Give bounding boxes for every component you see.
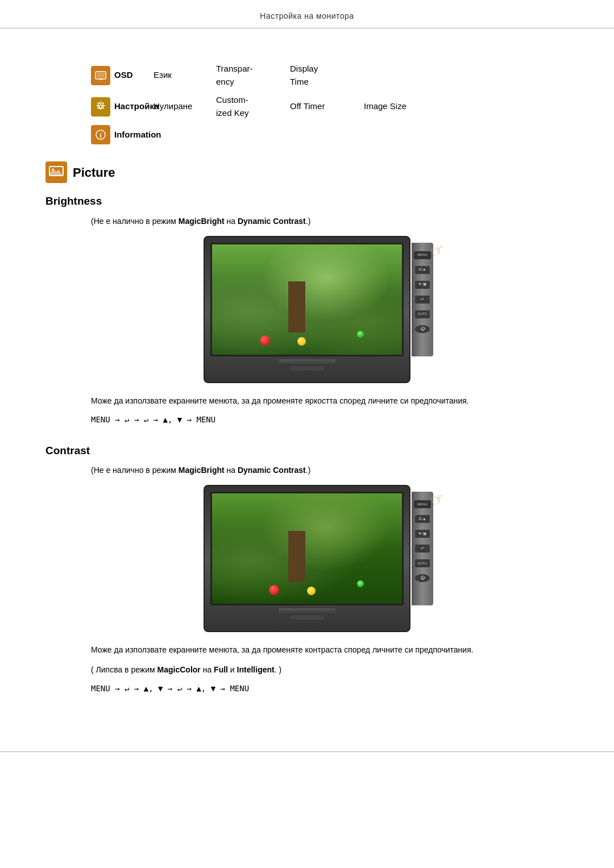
brightness-monitor-wrap: MENU A/▲ ▼/▣ ↵ AUTO ⏻ ☞ [45,236,569,383]
info-icon-svg: i [94,128,107,141]
brightness-title: Brightness [45,193,569,210]
osd-label: OSD [114,69,133,82]
svg-marker-8 [49,169,63,176]
custom-key-label: Custom-ized Key [216,94,249,119]
side-btn-auto: AUTO [415,310,430,318]
monitor-base [279,359,335,366]
settings-label: Настройка [114,100,159,113]
scene-tree-contrast [288,531,305,582]
menu-item-osd[interactable]: OSD [91,66,154,85]
header-title: Настройка на монитора [260,11,354,20]
monitor-footer-brightness [210,359,404,371]
picture-section-header: Picture [45,161,569,183]
language-label: Език [154,69,172,82]
side-btn-menu: MENU [414,251,431,259]
mp-arrow1: ↵ [125,415,129,424]
monitor-bezel-contrast: MENU A/▲ ▼/▣ ↵ AUTO ⏻ [204,485,410,632]
side-btn-menu-c: MENU [414,500,431,508]
reset-label: Нулиране [154,100,192,113]
side-btn-enter-c: ↵ [415,545,430,553]
contrast-description: Може да използвате екранните менюта, за … [91,643,500,656]
monitor-screen-brightness [210,243,404,356]
svg-point-4 [99,105,102,109]
menu-item-information[interactable]: i Information [91,125,154,144]
svg-text:i: i [99,132,101,139]
contrast-monitor-wrap: MENU A/▲ ▼/▣ ↵ AUTO ⏻ ☞ [45,485,569,632]
menu-item-custom-key: Custom-ized Key [216,94,290,119]
side-btn-up: A/▲ [415,266,430,274]
side-btn-down-c: ▼/▣ [415,530,430,538]
monitor-bezel-brightness: MENU A/▲ ▼/▣ ↵ AUTO ⏻ [204,236,410,383]
svg-point-9 [52,168,54,171]
osd-icon-svg [94,69,107,82]
side-btn-power: ⏻ [415,325,430,333]
information-label: Information [114,128,161,142]
menu-item-display-time: DisplayTime [290,63,364,88]
brightness-monitor: MENU A/▲ ▼/▣ ↵ AUTO ⏻ ☞ [204,236,410,383]
brightness-note: (Не е налично в режим MagicBright на Dyn… [91,215,569,227]
contrast-note2: ( Липсва в режим MagicColor на Full и In… [91,663,500,676]
scene-bg-brightness [212,244,402,355]
contrast-monitor: MENU A/▲ ▼/▣ ↵ AUTO ⏻ ☞ [204,485,410,632]
scene-ball-yellow-contrast [307,587,316,595]
scene-tree [288,281,305,333]
main-content: OSD Език Transpar-ency DisplayTime Настр… [0,28,614,734]
contrast-note: (Не е налично в режим MagicBright на Dyn… [91,464,569,476]
monitor-side-panel-brightness: MENU A/▲ ▼/▣ ↵ AUTO ⏻ [412,243,433,356]
scene-ball-green [357,331,364,338]
picture-icon-svg [48,164,64,180]
monitor-footer-contrast [210,608,404,620]
side-btn-enter: ↵ [415,296,430,304]
settings-icon-svg [94,101,107,113]
settings-icon [91,97,110,117]
display-time-label: DisplayTime [290,63,318,88]
brightness-menu-path: MENU → ↵ → ↵ → ▲, ▼ → MENU [91,414,569,426]
mp-arrow2: ↵ [144,415,148,424]
off-timer-label: Off Timer [290,100,325,113]
menu-item-language: Език [154,69,216,82]
side-btn-down: ▼/▣ [415,281,430,289]
menu-item-reset: Нулиране [154,100,216,113]
monitor-stand [290,366,324,371]
monitor-side-panel-contrast: MENU A/▲ ▼/▣ ↵ AUTO ⏻ [412,492,433,605]
scene-ball-yellow [297,337,306,346]
side-btn-up-c: A/▲ [415,515,430,523]
menu-grid: OSD Език Transpar-ency DisplayTime Настр… [91,63,569,144]
page-footer [0,751,614,763]
brightness-description: Може да използвате екранните менюта, за … [91,394,500,407]
info-icon: i [91,125,110,144]
osd-icon [91,66,110,85]
monitor-screen-contrast [210,492,404,605]
scene-bg-contrast [212,493,402,604]
picture-icon [45,161,67,183]
menu-item-image-size: Image Size [364,100,432,113]
contrast-menu-path: MENU → ↵ → ▲, ▼ → ↵ → ▲, ▼ → MENU [91,683,569,695]
scene-ball-green-contrast [357,580,364,587]
side-btn-auto-c: AUTO [415,559,430,567]
svg-rect-1 [97,73,105,78]
scene-ball-red-contrast [269,585,279,595]
page-header: Настройка на монитора [0,0,614,28]
scene-ball-red [260,335,270,346]
menu-item-settings[interactable]: Настройка [91,97,154,117]
side-btn-power-c: ⏻ [415,574,430,582]
transparency-label: Transpar-ency [216,63,252,88]
monitor-stand-contrast [290,615,324,620]
contrast-title: Contrast [45,443,569,459]
menu-item-transparency: Transpar-ency [216,63,290,88]
picture-title: Picture [73,163,115,182]
menu-item-off-timer: Off Timer [290,100,364,113]
monitor-base-contrast [279,608,335,615]
image-size-label: Image Size [364,100,406,113]
